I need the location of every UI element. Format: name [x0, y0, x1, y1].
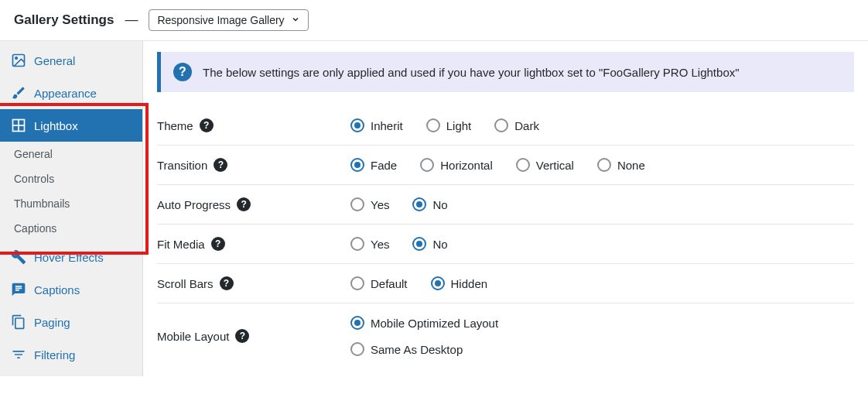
radio-label: None: [617, 159, 645, 172]
radio-circle: [350, 158, 364, 172]
setting-label: Transition?: [157, 158, 350, 172]
filter-icon: [11, 347, 26, 362]
help-icon[interactable]: ?: [211, 237, 225, 251]
image-icon: [11, 53, 26, 68]
info-banner-text: The below settings are only applied and …: [203, 66, 740, 79]
setting-row-scroll-bars: Scroll Bars?DefaultHidden: [157, 264, 854, 303]
sidebar-item-paging[interactable]: Paging: [0, 306, 142, 338]
radio-label: No: [432, 238, 447, 251]
radio-circle: [350, 197, 364, 211]
radio-label: Default: [371, 277, 408, 290]
sidebar-item-label: Appearance: [34, 87, 97, 100]
setting-row-fit-media: Fit Media?YesNo: [157, 224, 854, 264]
setting-label: Fit Media?: [157, 237, 350, 251]
grid-icon: [11, 118, 26, 133]
sidebar-item-label: Filtering: [34, 348, 75, 362]
radio-option[interactable]: Yes: [350, 197, 389, 211]
help-icon[interactable]: ?: [237, 197, 251, 211]
brush-icon: [11, 85, 26, 101]
header-dash: —: [125, 12, 138, 28]
radio-option[interactable]: No: [412, 197, 447, 211]
paging-icon: [11, 314, 26, 330]
radio-option[interactable]: Light: [426, 118, 472, 132]
radio-label: No: [432, 198, 447, 211]
sidebar-item-general[interactable]: General: [0, 44, 142, 77]
setting-label-text: Fit Media: [157, 238, 205, 251]
radio-option[interactable]: Inherit: [350, 118, 403, 132]
radio-label: Hidden: [451, 277, 488, 290]
wrench-icon: [11, 249, 26, 265]
sidebar-item-label: Hover Effects: [34, 251, 104, 264]
options-group: Mobile Optimized LayoutSame As Desktop: [350, 316, 498, 356]
sidebar-item-label: Lightbox: [34, 119, 78, 132]
template-dropdown[interactable]: Responsive Image Gallery: [149, 9, 308, 31]
page-title: Gallery Settings: [14, 12, 114, 28]
radio-circle: [426, 118, 440, 132]
radio-option[interactable]: None: [597, 158, 645, 172]
sidebar-item-lightbox[interactable]: Lightbox: [0, 109, 142, 142]
radio-label: Yes: [371, 238, 389, 251]
sidebar-item-filtering[interactable]: Filtering: [0, 338, 142, 371]
radio-circle: [420, 158, 434, 172]
help-icon[interactable]: ?: [214, 158, 227, 172]
options-group: InheritLightDark: [350, 118, 539, 132]
setting-row-auto-progress: Auto Progress?YesNo: [157, 185, 854, 224]
help-icon[interactable]: ?: [235, 329, 249, 343]
setting-row-transition: Transition?FadeHorizontalVerticalNone: [157, 146, 854, 185]
radio-label: Mobile Optimized Layout: [371, 317, 498, 330]
setting-label-text: Mobile Layout: [157, 330, 229, 343]
sidebar-sub-controls[interactable]: Controls: [0, 166, 142, 191]
radio-option[interactable]: Vertical: [516, 158, 574, 172]
info-banner: ? The below settings are only applied an…: [157, 52, 854, 92]
radio-label: Dark: [514, 119, 539, 132]
radio-option[interactable]: Yes: [350, 237, 389, 251]
radio-label: Horizontal: [440, 159, 493, 172]
radio-option[interactable]: Default: [350, 276, 408, 290]
chevron-down-icon: [291, 15, 300, 26]
radio-option[interactable]: Mobile Optimized Layout: [350, 316, 498, 330]
help-icon[interactable]: ?: [200, 118, 214, 132]
sidebar-item-captions[interactable]: Captions: [0, 273, 142, 306]
caption-icon: [11, 282, 26, 297]
radio-option[interactable]: No: [412, 237, 447, 251]
setting-label-text: Transition: [157, 159, 207, 172]
radio-option[interactable]: Same As Desktop: [350, 342, 463, 356]
radio-label: Vertical: [536, 159, 574, 172]
sidebar-sub-general[interactable]: General: [0, 142, 142, 166]
radio-circle: [412, 197, 426, 211]
setting-row-theme: Theme?InheritLightDark: [157, 106, 854, 146]
radio-label: Fade: [371, 159, 397, 172]
radio-option[interactable]: Dark: [494, 118, 539, 132]
sidebar-item-appearance[interactable]: Appearance: [0, 77, 142, 109]
help-icon[interactable]: ?: [220, 276, 234, 290]
radio-option[interactable]: Horizontal: [420, 158, 493, 172]
setting-row-mobile-layout: Mobile Layout?Mobile Optimized LayoutSam…: [157, 303, 854, 368]
setting-label: Theme?: [157, 118, 350, 132]
options-group: FadeHorizontalVerticalNone: [350, 158, 645, 172]
setting-label: Auto Progress?: [157, 197, 350, 211]
setting-label-text: Scroll Bars: [157, 277, 214, 290]
radio-option[interactable]: Fade: [350, 158, 397, 172]
sidebar-item-label: Paging: [34, 316, 70, 329]
sidebar: General Appearance Lightbox General Cont…: [0, 41, 143, 376]
radio-circle: [350, 237, 364, 251]
sidebar-sub-captions[interactable]: Captions: [0, 216, 142, 241]
options-group: YesNo: [350, 237, 448, 251]
sidebar-item-hover-effects[interactable]: Hover Effects: [0, 241, 142, 273]
radio-circle: [597, 158, 611, 172]
setting-label: Mobile Layout?: [157, 329, 350, 343]
radio-label: Light: [446, 119, 472, 132]
options-group: DefaultHidden: [350, 276, 487, 290]
radio-circle: [412, 237, 426, 251]
sidebar-sub-thumbnails[interactable]: Thumbnails: [0, 191, 142, 216]
sidebar-item-label: Captions: [34, 283, 80, 296]
help-icon: ?: [173, 63, 192, 81]
radio-label: Yes: [371, 198, 389, 211]
setting-label: Scroll Bars?: [157, 276, 350, 290]
radio-option[interactable]: Hidden: [431, 276, 488, 290]
svg-point-1: [15, 57, 17, 60]
radio-circle: [431, 276, 445, 290]
radio-label: Same As Desktop: [371, 343, 463, 356]
radio-circle: [494, 118, 508, 132]
radio-circle: [516, 158, 530, 172]
